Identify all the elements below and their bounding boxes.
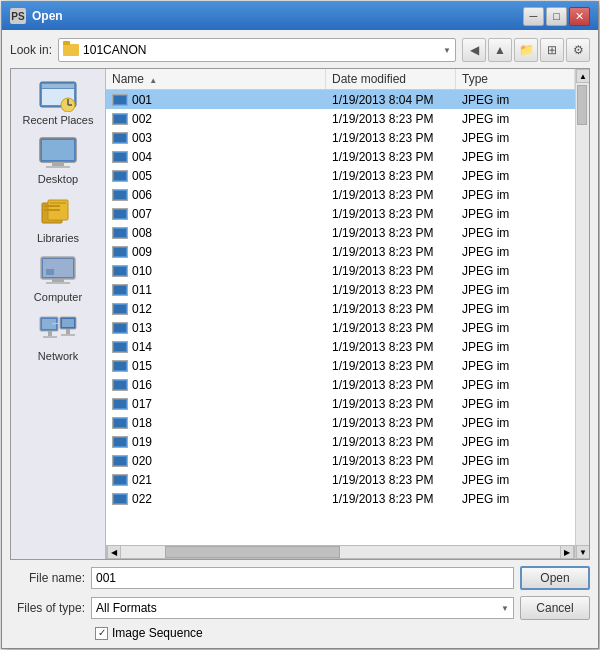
file-name-cell: 008 [106,225,326,241]
file-type-cell: JPEG im [456,263,575,279]
h-scroll-left-btn[interactable]: ◀ [107,545,121,559]
tools-button[interactable]: ⚙ [566,38,590,62]
table-row[interactable]: 0141/19/2013 8:23 PMJPEG im [106,337,575,356]
file-date-cell: 1/19/2013 8:23 PM [326,111,456,127]
table-row[interactable]: 0151/19/2013 8:23 PMJPEG im [106,356,575,375]
look-in-dropdown[interactable]: 101CANON ▼ [58,38,456,62]
title-bar-buttons: ─ □ ✕ [523,7,590,26]
file-date-cell: 1/19/2013 8:23 PM [326,434,456,450]
table-row[interactable]: 0161/19/2013 8:23 PMJPEG im [106,375,575,394]
file-name-input[interactable] [91,567,514,589]
file-name-cell: 017 [106,396,326,412]
maximize-button[interactable]: □ [546,7,567,26]
file-thumbnail-icon [112,170,128,182]
image-sequence-checkbox[interactable]: ✓ [95,627,108,640]
table-row[interactable]: 0181/19/2013 8:23 PMJPEG im [106,413,575,432]
table-row[interactable]: 0071/19/2013 8:23 PMJPEG im [106,204,575,223]
close-button[interactable]: ✕ [569,7,590,26]
file-list[interactable]: 0011/19/2013 8:04 PMJPEG im0021/19/2013 … [106,90,575,545]
open-button[interactable]: Open [520,566,590,590]
svg-rect-19 [46,269,54,275]
file-date-cell: 1/19/2013 8:23 PM [326,187,456,203]
file-date-cell: 1/19/2013 8:23 PM [326,453,456,469]
file-type-cell: JPEG im [456,130,575,146]
sidebar-item-desktop[interactable]: Desktop [14,132,102,189]
file-name-cell: 021 [106,472,326,488]
recent-places-icon [38,77,78,112]
svg-rect-8 [52,162,64,166]
nav-toolbar: ◀ ▲ 📁 ⊞ ⚙ [462,38,590,62]
view-button[interactable]: ⊞ [540,38,564,62]
table-row[interactable]: 0091/19/2013 8:23 PMJPEG im [106,242,575,261]
file-thumbnail-icon [112,246,128,258]
main-area: Recent Places Desktop [10,68,590,560]
vertical-scrollbar[interactable]: ▲ ▼ [575,69,589,559]
desktop-label: Desktop [38,173,78,185]
table-row[interactable]: 0061/19/2013 8:23 PMJPEG im [106,185,575,204]
horizontal-scrollbar[interactable]: ◀ ▶ [106,545,575,559]
table-row[interactable]: 0111/19/2013 8:23 PMJPEG im [106,280,575,299]
table-row[interactable]: 0211/19/2013 8:23 PMJPEG im [106,470,575,489]
back-button[interactable]: ◀ [462,38,486,62]
file-type-cell: JPEG im [456,187,575,203]
file-thumbnail-icon [112,398,128,410]
table-row[interactable]: 0121/19/2013 8:23 PMJPEG im [106,299,575,318]
file-name-cell: 007 [106,206,326,222]
file-name-cell: 013 [106,320,326,336]
dialog-buttons: Open [520,566,590,590]
table-row[interactable]: 0201/19/2013 8:23 PMJPEG im [106,451,575,470]
svg-rect-26 [66,329,70,334]
sidebar-item-recent-places[interactable]: Recent Places [14,73,102,130]
minimize-button[interactable]: ─ [523,7,544,26]
table-row[interactable]: 0131/19/2013 8:23 PMJPEG im [106,318,575,337]
image-sequence-label: Image Sequence [112,626,203,640]
file-type-cell: JPEG im [456,149,575,165]
file-thumbnail-icon [112,474,128,486]
file-date-cell: 1/19/2013 8:23 PM [326,206,456,222]
file-name-cell: 012 [106,301,326,317]
table-row[interactable]: 0041/19/2013 8:23 PMJPEG im [106,147,575,166]
sidebar-item-computer[interactable]: Computer [14,250,102,307]
v-scroll-down-btn[interactable]: ▼ [576,545,590,559]
table-row[interactable]: 0221/19/2013 8:23 PMJPEG im [106,489,575,508]
table-row[interactable]: 0051/19/2013 8:23 PMJPEG im [106,166,575,185]
file-date-cell: 1/19/2013 8:23 PM [326,377,456,393]
new-folder-button[interactable]: 📁 [514,38,538,62]
col-header-date[interactable]: Date modified [326,69,456,89]
dialog-body: Look in: 101CANON ▼ ◀ ▲ 📁 ⊞ ⚙ [2,30,598,648]
file-date-cell: 1/19/2013 8:23 PM [326,320,456,336]
h-scroll-thumb[interactable] [165,546,341,558]
file-thumbnail-icon [112,341,128,353]
table-row[interactable]: 0011/19/2013 8:04 PMJPEG im [106,90,575,109]
footer-row: ✓ Image Sequence [10,626,590,640]
up-button[interactable]: ▲ [488,38,512,62]
file-type-cell: JPEG im [456,206,575,222]
file-name-cell: 015 [106,358,326,374]
dialog-title: Open [32,9,63,23]
file-date-cell: 1/19/2013 8:23 PM [326,301,456,317]
col-header-name[interactable]: Name ▲ [106,69,326,89]
file-name-row: File name: Open [10,566,590,590]
table-row[interactable]: 0171/19/2013 8:23 PMJPEG im [106,394,575,413]
file-name-cell: 011 [106,282,326,298]
table-row[interactable]: 0021/19/2013 8:23 PMJPEG im [106,109,575,128]
cancel-button[interactable]: Cancel [520,596,590,620]
table-row[interactable]: 0101/19/2013 8:23 PMJPEG im [106,261,575,280]
file-type-cell: JPEG im [456,320,575,336]
table-row[interactable]: 0081/19/2013 8:23 PMJPEG im [106,223,575,242]
table-row[interactable]: 0031/19/2013 8:23 PMJPEG im [106,128,575,147]
v-scroll-thumb[interactable] [577,85,587,125]
sidebar-item-libraries[interactable]: Libraries [14,191,102,248]
file-name-cell: 019 [106,434,326,450]
file-name-cell: 001 [106,92,326,108]
file-type-cell: JPEG im [456,434,575,450]
file-date-cell: 1/19/2013 8:23 PM [326,225,456,241]
sidebar-item-network[interactable]: Network [14,309,102,366]
h-scroll-right-btn[interactable]: ▶ [560,545,574,559]
file-name-cell: 005 [106,168,326,184]
table-row[interactable]: 0191/19/2013 8:23 PMJPEG im [106,432,575,451]
col-header-type[interactable]: Type [456,69,575,89]
file-type-dropdown[interactable]: All Formats ▼ [91,597,514,619]
file-date-cell: 1/19/2013 8:23 PM [326,339,456,355]
v-scroll-up-btn[interactable]: ▲ [576,69,590,83]
